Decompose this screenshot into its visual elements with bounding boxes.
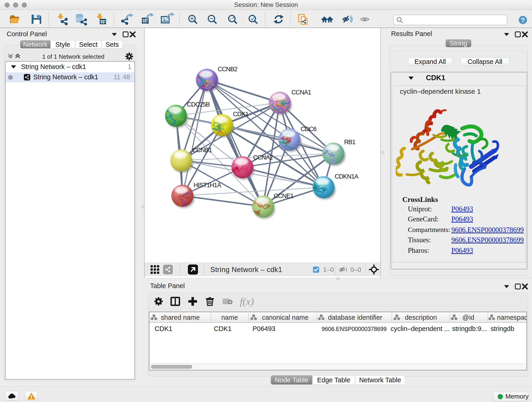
- svg-text:CDKN1A: CDKN1A: [335, 173, 359, 180]
- svg-text:canonical name: canonical name: [262, 314, 308, 321]
- svg-text:description: description: [405, 314, 437, 321]
- svg-text:CDC6: CDC6: [301, 126, 317, 133]
- svg-text:P06493: P06493: [253, 325, 275, 332]
- svg-text:namespace: namespace: [497, 314, 526, 321]
- svg-text:CCNE1: CCNE1: [274, 192, 293, 199]
- svg-text:@id: @id: [462, 314, 474, 321]
- svg-text:CDK1: CDK1: [233, 111, 248, 118]
- svg-text:shared name: shared name: [161, 314, 200, 321]
- svg-text:CCNA1: CCNA1: [291, 89, 311, 96]
- svg-text:CCNA2: CCNA2: [253, 154, 273, 161]
- svg-text:cyclin–dependent ...: cyclin–dependent ...: [391, 325, 450, 332]
- svg-text:CCNB2: CCNB2: [218, 66, 237, 73]
- svg-text:9606.ENSP00000378699: 9606.ENSP00000378699: [322, 326, 387, 332]
- svg-text:CDC25B: CDC25B: [187, 101, 210, 108]
- svg-text:CDK1: CDK1: [155, 325, 172, 332]
- svg-text:f(x): f(x): [240, 296, 254, 307]
- svg-text:RB1: RB1: [344, 139, 355, 146]
- svg-text:HIST1H1A: HIST1H1A: [194, 182, 221, 189]
- svg-text:stringdb:9...: stringdb:9...: [452, 325, 487, 332]
- svg-text:CCNB1: CCNB1: [192, 147, 212, 153]
- svg-text:stringdb: stringdb: [491, 325, 514, 332]
- svg-text:CDK1: CDK1: [214, 325, 231, 332]
- svg-text:name: name: [221, 314, 238, 321]
- svg-text:database identifier: database identifier: [328, 314, 382, 321]
